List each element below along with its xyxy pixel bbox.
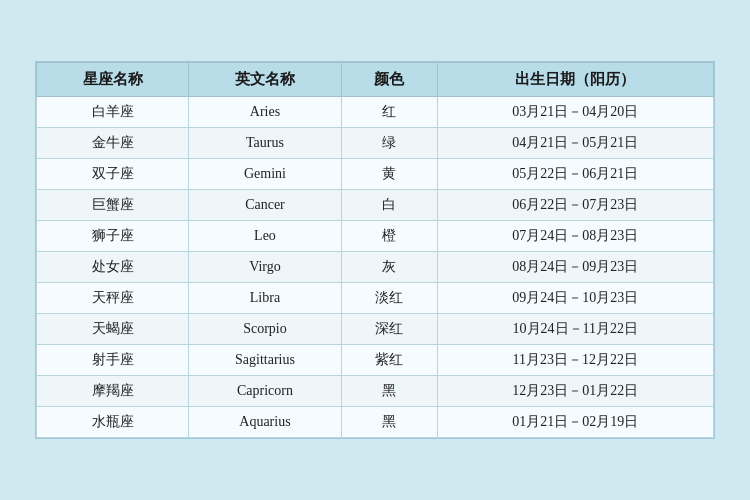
- cell-chinese: 狮子座: [37, 221, 189, 252]
- cell-color: 黄: [341, 159, 437, 190]
- cell-english: Leo: [189, 221, 341, 252]
- cell-color: 红: [341, 97, 437, 128]
- cell-chinese: 巨蟹座: [37, 190, 189, 221]
- cell-color: 黑: [341, 407, 437, 438]
- zodiac-table-container: 星座名称 英文名称 颜色 出生日期（阳历） 白羊座Aries红03月21日－04…: [35, 61, 715, 439]
- cell-english: Sagittarius: [189, 345, 341, 376]
- cell-dates: 08月24日－09月23日: [437, 252, 713, 283]
- table-row: 白羊座Aries红03月21日－04月20日: [37, 97, 714, 128]
- cell-chinese: 双子座: [37, 159, 189, 190]
- cell-dates: 05月22日－06月21日: [437, 159, 713, 190]
- table-row: 射手座Sagittarius紫红11月23日－12月22日: [37, 345, 714, 376]
- cell-color: 深红: [341, 314, 437, 345]
- cell-dates: 12月23日－01月22日: [437, 376, 713, 407]
- table-row: 狮子座Leo橙07月24日－08月23日: [37, 221, 714, 252]
- cell-chinese: 摩羯座: [37, 376, 189, 407]
- cell-dates: 09月24日－10月23日: [437, 283, 713, 314]
- cell-english: Scorpio: [189, 314, 341, 345]
- table-row: 双子座Gemini黄05月22日－06月21日: [37, 159, 714, 190]
- cell-chinese: 白羊座: [37, 97, 189, 128]
- table-row: 天秤座Libra淡红09月24日－10月23日: [37, 283, 714, 314]
- cell-color: 白: [341, 190, 437, 221]
- cell-dates: 10月24日－11月22日: [437, 314, 713, 345]
- cell-dates: 01月21日－02月19日: [437, 407, 713, 438]
- cell-english: Aquarius: [189, 407, 341, 438]
- cell-dates: 06月22日－07月23日: [437, 190, 713, 221]
- cell-english: Aries: [189, 97, 341, 128]
- cell-english: Capricorn: [189, 376, 341, 407]
- table-body: 白羊座Aries红03月21日－04月20日金牛座Taurus绿04月21日－0…: [37, 97, 714, 438]
- cell-chinese: 射手座: [37, 345, 189, 376]
- table-row: 摩羯座Capricorn黑12月23日－01月22日: [37, 376, 714, 407]
- cell-color: 淡红: [341, 283, 437, 314]
- table-row: 水瓶座Aquarius黑01月21日－02月19日: [37, 407, 714, 438]
- cell-dates: 04月21日－05月21日: [437, 128, 713, 159]
- cell-chinese: 天蝎座: [37, 314, 189, 345]
- cell-color: 橙: [341, 221, 437, 252]
- cell-chinese: 处女座: [37, 252, 189, 283]
- cell-color: 绿: [341, 128, 437, 159]
- table-row: 金牛座Taurus绿04月21日－05月21日: [37, 128, 714, 159]
- col-header-english: 英文名称: [189, 63, 341, 97]
- col-header-color: 颜色: [341, 63, 437, 97]
- table-row: 巨蟹座Cancer白06月22日－07月23日: [37, 190, 714, 221]
- cell-english: Libra: [189, 283, 341, 314]
- cell-chinese: 天秤座: [37, 283, 189, 314]
- cell-english: Taurus: [189, 128, 341, 159]
- cell-chinese: 金牛座: [37, 128, 189, 159]
- table-row: 处女座Virgo灰08月24日－09月23日: [37, 252, 714, 283]
- cell-english: Gemini: [189, 159, 341, 190]
- zodiac-table: 星座名称 英文名称 颜色 出生日期（阳历） 白羊座Aries红03月21日－04…: [36, 62, 714, 438]
- cell-color: 黑: [341, 376, 437, 407]
- cell-color: 灰: [341, 252, 437, 283]
- table-header-row: 星座名称 英文名称 颜色 出生日期（阳历）: [37, 63, 714, 97]
- table-row: 天蝎座Scorpio深红10月24日－11月22日: [37, 314, 714, 345]
- col-header-chinese: 星座名称: [37, 63, 189, 97]
- cell-english: Cancer: [189, 190, 341, 221]
- cell-dates: 03月21日－04月20日: [437, 97, 713, 128]
- cell-dates: 11月23日－12月22日: [437, 345, 713, 376]
- cell-dates: 07月24日－08月23日: [437, 221, 713, 252]
- cell-chinese: 水瓶座: [37, 407, 189, 438]
- cell-english: Virgo: [189, 252, 341, 283]
- col-header-dates: 出生日期（阳历）: [437, 63, 713, 97]
- cell-color: 紫红: [341, 345, 437, 376]
